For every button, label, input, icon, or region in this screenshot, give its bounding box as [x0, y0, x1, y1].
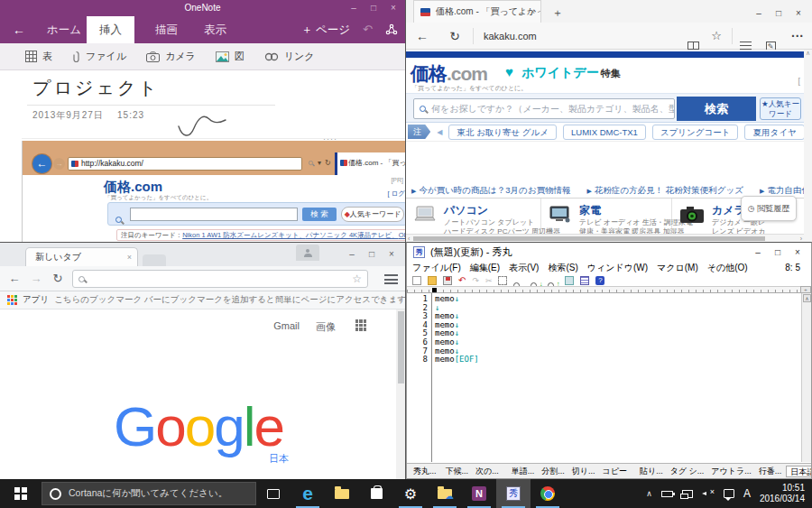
split-handle[interactable]: ÷	[800, 286, 811, 293]
insert-link-button[interactable]: リンク	[264, 50, 315, 63]
kakaku-search-button[interactable]: 検 索	[302, 208, 337, 221]
url-text[interactable]: kakaku.com	[484, 23, 537, 50]
popular-keywords-button[interactable]: ★人気キーワード	[760, 97, 801, 120]
vertical-scrollbar[interactable]	[396, 309, 406, 479]
taskbar-store-button[interactable]	[359, 479, 393, 508]
taskbar-chrome-button[interactable]	[531, 479, 565, 508]
insert-picture-button[interactable]: 図	[216, 50, 245, 63]
info-link[interactable]: ▶花粉症の方必見！ 花粉対策便利グッズ	[587, 185, 743, 198]
redo-icon[interactable]: ↷	[472, 276, 479, 285]
cut-icon[interactable]: ✂	[485, 276, 493, 285]
favorites-star-icon[interactable]: ☆	[707, 23, 725, 50]
hidemaru-titlebar[interactable]: 秀 (無題)(更新) - 秀丸 –□×	[407, 243, 811, 262]
minimize-button[interactable]: –	[342, 245, 362, 264]
menu-icon[interactable]	[384, 274, 398, 284]
scrollbar-thumb[interactable]	[398, 311, 404, 383]
menu-other[interactable]: その他(O)	[707, 262, 748, 274]
minimize-button[interactable]: –	[344, 0, 364, 16]
reload-icon[interactable]: ↻	[49, 266, 67, 291]
battery-icon[interactable]	[661, 491, 673, 497]
insert-camera-button[interactable]: カメラ	[146, 50, 196, 63]
bookmark-star-icon[interactable]: ☆	[352, 272, 362, 285]
status-item[interactable]: 次の...	[473, 466, 502, 477]
encoding-indicator[interactable]: 日本語(Shift-JIS)	[786, 466, 811, 477]
taskbar-hidemaru-button[interactable]: 秀	[496, 479, 531, 508]
maximize-button[interactable]: □	[769, 2, 789, 24]
back-icon[interactable]: ←	[5, 266, 23, 291]
vertical-scrollbar[interactable]: ∧	[804, 50, 812, 242]
status-item[interactable]: アウトラ...	[708, 466, 753, 477]
vertical-scrollbar[interactable]: ∧	[801, 293, 811, 462]
insert-table-button[interactable]: 表	[25, 50, 52, 63]
status-item[interactable]: 下候...	[443, 466, 472, 477]
scroll-left-icon[interactable]: ◀	[437, 128, 442, 136]
insert-file-button[interactable]: ファイル	[72, 50, 126, 63]
status-item[interactable]: 分割...	[539, 466, 567, 477]
new-tab-button[interactable]: ＋	[552, 5, 563, 21]
scroll-right-arrow[interactable]: ›	[800, 235, 802, 242]
back-icon[interactable]: ←	[13, 16, 25, 43]
gmail-link[interactable]: Gmail	[273, 320, 300, 331]
status-item[interactable]: コピー	[600, 466, 630, 477]
menu-search[interactable]: 検索(S)	[548, 262, 577, 274]
status-item[interactable]: 秀丸...	[411, 466, 439, 477]
keyword-button[interactable]: 東北 お取り寄せ グルメ	[448, 125, 557, 140]
login-link[interactable]: [ ログ	[387, 189, 405, 199]
tab-draw[interactable]: 描画	[143, 16, 190, 43]
onenote-titlebar[interactable]: OneNote –□×	[0, 0, 405, 16]
ie-back-button[interactable]: ←	[32, 154, 51, 173]
close-button[interactable]: ×	[383, 0, 403, 16]
profile-button[interactable]	[296, 245, 319, 261]
whiteday-campaign-link[interactable]: ホワイトデー特集	[521, 65, 621, 81]
minimize-button[interactable]: –	[749, 2, 769, 24]
taskbar-onenote-button[interactable]: N	[462, 479, 496, 508]
kakaku-logo[interactable]: 価格.com	[411, 61, 487, 87]
volume-muted-icon[interactable]	[702, 489, 715, 498]
ie-address-bar[interactable]: http://kakaku.com/	[68, 157, 302, 171]
keyword-button[interactable]: LUMIX DMC-TX1	[563, 125, 646, 140]
menu-edit[interactable]: 編集(E)	[470, 262, 500, 274]
taskbar-clock[interactable]: 10:51 2016/03/14	[760, 483, 805, 504]
ime-indicator[interactable]: A	[743, 487, 751, 500]
undo-icon[interactable]: ↶	[458, 276, 466, 285]
scrollbar-thumb[interactable]	[413, 236, 765, 241]
close-button[interactable]: ×	[789, 2, 808, 24]
new-file-icon[interactable]	[412, 276, 421, 285]
jump-icon[interactable]	[565, 276, 574, 285]
info-link[interactable]: ▶今が買い時の商品は？3月のお買物情報	[411, 185, 571, 198]
new-tab-button[interactable]	[143, 254, 166, 266]
kakaku-search-input[interactable]: 何をお探しですか？（メーカー、製品カテゴリ、製品名、型番...）	[413, 98, 675, 119]
menu-file[interactable]: ファイル(F)	[412, 262, 461, 274]
maximize-button[interactable]: □	[364, 0, 383, 16]
ruler-marker[interactable]	[432, 288, 437, 292]
maximize-button[interactable]: □	[768, 243, 788, 262]
apps-icon[interactable]	[7, 295, 17, 305]
find-next-icon[interactable]: ↓	[531, 276, 541, 285]
forward-icon[interactable]: →	[27, 266, 45, 291]
google-apps-icon[interactable]	[355, 319, 367, 331]
kakaku-search-input[interactable]	[130, 208, 298, 221]
taskbar-explorer-button[interactable]	[325, 479, 359, 508]
close-button[interactable]: ×	[788, 243, 807, 262]
horizontal-scrollbar[interactable]: ‹ ›	[406, 234, 804, 242]
chrome-tab[interactable]: 新しいタブ ×	[25, 247, 138, 266]
keyword-button[interactable]: スプリングコート	[652, 125, 739, 140]
tab-home[interactable]: ホーム	[34, 16, 94, 43]
maximize-button[interactable]: □	[362, 245, 382, 264]
status-item[interactable]: 貼り...	[637, 466, 666, 477]
task-view-button[interactable]	[256, 479, 291, 508]
tab-view[interactable]: 表示	[191, 16, 239, 43]
ie-forward-button[interactable]: →	[53, 158, 65, 170]
back-icon[interactable]: ←	[413, 23, 431, 50]
editor-text-area[interactable]: 1memo↓ 2↓ 3memo↓ 4memo↓ 5memo↓ 6memo↓ 7m…	[407, 293, 802, 462]
edge-tab[interactable]: 価格.com - 「買ってよかっ ×	[413, 0, 541, 23]
close-button[interactable]: ×	[382, 245, 401, 264]
refresh-icon[interactable]: ↻	[325, 159, 331, 167]
keyword-link[interactable]: パナソニック 4K液晶テレビ、	[306, 231, 399, 239]
popular-keywords-button[interactable]: ◆人気キーワード	[341, 207, 404, 222]
menu-window[interactable]: ウィンドウ(W)	[587, 262, 648, 274]
omnibox[interactable]: ☆	[72, 270, 368, 288]
status-item[interactable]: 単語...	[509, 466, 538, 477]
apps-label[interactable]: アプリ	[23, 294, 49, 306]
menu-view[interactable]: 表示(V)	[509, 262, 539, 274]
